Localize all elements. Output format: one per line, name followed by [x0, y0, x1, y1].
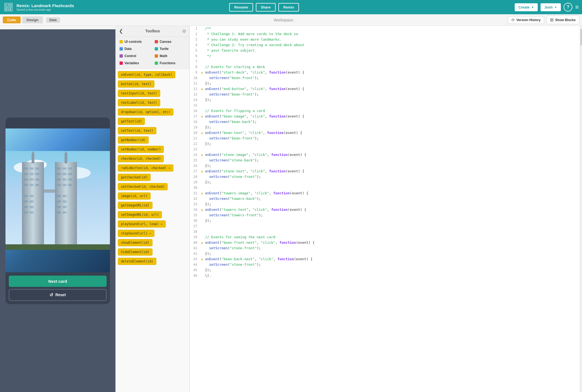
- preview-area: Next card ↺ Reset: [0, 29, 115, 392]
- block-row: checkbox(id, checked): [118, 154, 187, 163]
- code-line: 27▲onEvent("stone-text", "click", functi…: [190, 169, 580, 174]
- category-turtle[interactable]: Turtle: [153, 46, 187, 52]
- remix-button[interactable]: Remix: [278, 3, 299, 12]
- code-line: 21 setScreen("bean-front");: [190, 136, 580, 141]
- svg-rect-51: [5, 244, 110, 250]
- block-row: textLabel(id, text): [118, 98, 187, 107]
- warning-icon: ▲: [199, 70, 204, 75]
- show-blocks-button[interactable]: ⊞ Show Blocks: [546, 16, 579, 24]
- code-block[interactable]: checkbox(id, checked): [118, 155, 164, 162]
- data-tab[interactable]: Data: [46, 17, 60, 23]
- warning-icon: ▲: [199, 130, 204, 136]
- category-math[interactable]: Math: [153, 53, 187, 59]
- line-content: });: [204, 267, 580, 273]
- svg-rect-27: [24, 206, 28, 208]
- category-ui-controls[interactable]: UI controls: [118, 39, 152, 45]
- category-label: Canvas: [160, 40, 171, 44]
- code-tab[interactable]: Code: [3, 16, 21, 23]
- phone-frame: Next card ↺ Reset: [5, 117, 110, 304]
- logo-c: C: [4, 3, 8, 7]
- code-line: 10 setScreen("bean-front");: [190, 75, 580, 81]
- category-dot: [120, 61, 123, 65]
- svg-rect-39: [68, 178, 72, 181]
- code-line: 38: [190, 229, 580, 234]
- code-block[interactable]: textLabel(id, text): [118, 99, 160, 106]
- create-button[interactable]: Create ▼: [515, 3, 538, 11]
- line-content: onEvent("end-button", "click", function(…: [204, 86, 580, 92]
- code-line: 37: [190, 223, 580, 229]
- category-label: Control: [124, 54, 136, 58]
- line-content: */: [204, 53, 580, 59]
- category-control[interactable]: Control: [118, 53, 152, 59]
- block-row: getText(id): [118, 117, 187, 126]
- version-history-button[interactable]: ⟳ Version History: [508, 16, 544, 24]
- code-block[interactable]: getChecked(id): [118, 174, 151, 181]
- scrollbar-thumb[interactable]: [580, 29, 582, 46]
- line-number: 26: [190, 163, 199, 169]
- line-content: onEvent("stone-text", "click", function(…: [204, 169, 580, 174]
- line-content: setScreen("towers-back");: [204, 196, 580, 201]
- top-nav: C O D E Remix: Landmark Flashcards Saved…: [0, 0, 582, 14]
- line-content: });: [204, 163, 580, 169]
- help-button[interactable]: ?: [564, 3, 572, 12]
- reset-button[interactable]: ↺ Reset: [9, 289, 107, 301]
- code-line: 2 * Challenge 1: Add more cards to the d…: [190, 31, 580, 37]
- svg-rect-20: [24, 184, 28, 186]
- category-data[interactable]: Data: [118, 46, 152, 52]
- code-block[interactable]: dropdown(id, option1, etc): [118, 108, 173, 116]
- code-block[interactable]: showElement(id): [118, 239, 153, 246]
- code-block[interactable]: hideElement(id): [118, 248, 153, 256]
- svg-rect-44: [63, 195, 66, 197]
- code-block[interactable]: setImageURL(id, url): [118, 211, 162, 218]
- menu-button[interactable]: ≡: [575, 4, 579, 10]
- toolbox-gear-button[interactable]: ⚙: [182, 29, 186, 34]
- rename-button[interactable]: Rename: [229, 3, 253, 12]
- reset-icon: ↺: [49, 292, 53, 298]
- design-tab[interactable]: Design: [22, 16, 43, 23]
- code-block[interactable]: getImageURL(id): [118, 202, 153, 209]
- code-block[interactable]: getText(id): [118, 118, 145, 125]
- line-content: onEvent("bean-front-next", "click", func…: [204, 240, 580, 245]
- code-block[interactable]: setNumber(id, number): [118, 146, 164, 153]
- line-number: 43: [190, 256, 199, 262]
- code-block[interactable]: deleteElement(id): [118, 258, 156, 265]
- category-dot: [155, 47, 158, 51]
- line-content: * your favorite subject.: [204, 48, 580, 53]
- category-canvas[interactable]: Canvas: [153, 39, 187, 45]
- code-block[interactable]: image(id, url): [118, 192, 151, 200]
- code-line: 46\).: [190, 273, 580, 278]
- svg-rect-32: [63, 167, 66, 170]
- line-number: 12: [190, 86, 199, 92]
- code-block[interactable]: getNumber(id): [118, 136, 149, 144]
- code-block[interactable]: textInput(id, text): [118, 90, 160, 97]
- svg-rect-41: [63, 184, 66, 186]
- code-block[interactable]: setChecked(id, checked): [118, 183, 168, 190]
- code-block[interactable]: playSound(url, loop) ←: [118, 220, 166, 228]
- project-info: Remix: Landmark Flashcards Saved a few s…: [16, 3, 226, 11]
- category-dot: [155, 61, 158, 65]
- line-content: setScreen("towers-front");: [204, 212, 580, 218]
- code-block[interactable]: setText(id, text): [118, 127, 156, 134]
- code-block[interactable]: radioButton(id, checked) →: [118, 164, 173, 172]
- next-card-button[interactable]: Next card: [9, 276, 107, 287]
- code-block[interactable]: button(id, text): [118, 80, 154, 88]
- svg-rect-30: [30, 211, 34, 214]
- category-variables[interactable]: Variables: [118, 60, 152, 66]
- logo-e: E: [9, 7, 13, 11]
- warning-icon: ▲: [199, 240, 204, 245]
- code-line: 29});: [190, 180, 580, 185]
- toolbox-back-button[interactable]: ❮: [119, 28, 123, 34]
- code-block[interactable]: onEvent(id, type, callback): [118, 71, 175, 78]
- code-scroll[interactable]: 1/**2 * Challenge 1: Add more cards to t…: [190, 26, 580, 392]
- line-content: onEvent("bean-back-next", "click", funct…: [204, 256, 580, 262]
- share-button[interactable]: Share: [256, 3, 276, 12]
- line-content: setScreen("stone-back");: [204, 158, 580, 163]
- workspace-toolbar: ⟳ Version History ⊞ Show Blocks: [508, 16, 579, 24]
- line-content: setScreen("bean-front");: [204, 92, 580, 97]
- category-functions[interactable]: Functions: [153, 60, 187, 66]
- code-line: 45});: [190, 267, 580, 273]
- code-block[interactable]: stopSound(url) ←: [118, 230, 154, 237]
- user-button[interactable]: Josh ▼: [541, 3, 561, 11]
- scrollbar-track[interactable]: [580, 26, 582, 392]
- line-number: 15: [190, 103, 199, 108]
